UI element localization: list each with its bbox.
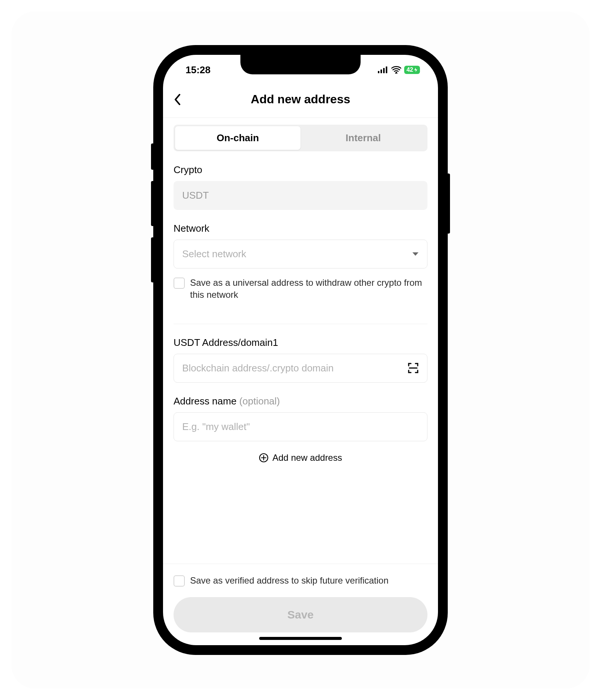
save-button[interactable]: Save <box>174 597 427 632</box>
wifi-icon <box>391 66 401 74</box>
address-label: USDT Address/domain1 <box>174 337 427 348</box>
battery-indicator: 42 <box>404 66 420 74</box>
address-name-optional: (optional) <box>239 395 280 407</box>
status-right: 42 <box>378 66 420 74</box>
address-input[interactable]: Blockchain address/.crypto domain <box>174 354 427 383</box>
tab-internal[interactable]: Internal <box>300 126 426 150</box>
network-select[interactable]: Select network <box>174 240 427 269</box>
add-new-address-label: Add new address <box>272 453 342 463</box>
address-name-placeholder: E.g. "my wallet" <box>182 421 250 433</box>
scan-icon <box>408 362 419 374</box>
page-header: Add new address <box>163 85 438 118</box>
address-name-label-text: Address name <box>174 395 239 407</box>
phone-side-button-left-2 <box>151 237 154 282</box>
status-time: 15:28 <box>186 64 211 76</box>
address-placeholder: Blockchain address/.crypto domain <box>182 362 334 374</box>
add-new-address-button[interactable]: Add new address <box>163 441 438 467</box>
verified-address-checkbox[interactable] <box>174 575 185 587</box>
charging-icon <box>414 68 418 72</box>
phone-frame: 15:28 42 <box>154 46 447 654</box>
universal-address-checkbox[interactable] <box>174 278 185 289</box>
scan-qr-button[interactable] <box>408 362 419 374</box>
universal-address-label: Save as a universal address to withdraw … <box>190 277 427 301</box>
page-title: Add new address <box>174 92 427 106</box>
chevron-down-icon <box>412 252 419 256</box>
plus-circle-icon <box>259 453 269 463</box>
address-name-section: Address name (optional) E.g. "my wallet" <box>163 383 438 441</box>
tab-onchain[interactable]: On-chain <box>175 126 300 150</box>
crypto-value: USDT <box>182 190 209 201</box>
phone-side-button-right <box>447 173 450 234</box>
verified-address-row: Save as verified address to skip future … <box>174 575 427 587</box>
home-indicator[interactable] <box>259 637 342 640</box>
svg-rect-0 <box>378 71 379 73</box>
svg-rect-3 <box>386 66 387 73</box>
crypto-label: Crypto <box>174 164 427 176</box>
network-section: Network Select network Save as a univers… <box>163 210 438 301</box>
universal-address-row: Save as a universal address to withdraw … <box>174 277 427 301</box>
phone-notch <box>240 55 361 74</box>
phone-screen: 15:28 42 <box>163 55 438 645</box>
battery-level: 42 <box>406 66 413 73</box>
svg-rect-1 <box>381 69 382 73</box>
back-button[interactable] <box>174 94 181 106</box>
network-label: Network <box>174 223 427 234</box>
content-area: On-chain Internal Crypto USDT Network Se… <box>163 118 438 645</box>
cellular-icon <box>378 66 388 73</box>
section-gap <box>163 301 438 324</box>
spacer <box>163 467 438 564</box>
address-section: USDT Address/domain1 Blockchain address/… <box>163 324 438 383</box>
footer: Save as verified address to skip future … <box>163 564 438 645</box>
tab-group: On-chain Internal <box>174 125 427 151</box>
crypto-field[interactable]: USDT <box>174 181 427 210</box>
address-name-label: Address name (optional) <box>174 395 427 407</box>
crypto-section: Crypto USDT <box>163 151 438 210</box>
svg-rect-2 <box>383 68 385 73</box>
network-placeholder: Select network <box>182 248 246 260</box>
svg-point-4 <box>396 72 397 73</box>
verified-address-label: Save as verified address to skip future … <box>190 575 388 587</box>
outer-card: 15:28 42 <box>11 11 590 689</box>
chevron-left-icon <box>174 94 181 106</box>
address-name-input[interactable]: E.g. "my wallet" <box>174 412 427 441</box>
